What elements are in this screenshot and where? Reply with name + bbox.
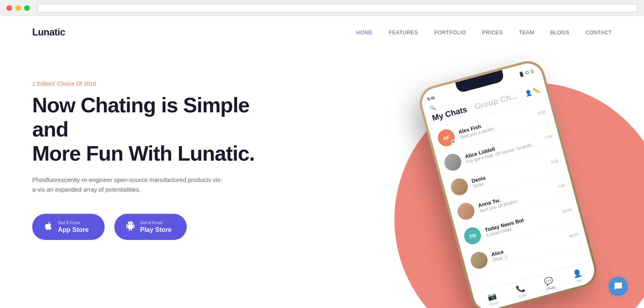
nav-link-features[interactable]: FEATURES	[389, 29, 418, 35]
chats-icon: 💬	[543, 275, 554, 286]
chat-time: MON	[562, 207, 572, 214]
hero-content: 1 Editors' Choice Of 2018 Now Chating is…	[32, 56, 258, 240]
avatar-wrap	[456, 201, 476, 221]
nav-item-portfolio[interactable]: PORTFOLIO	[434, 29, 466, 36]
avatar-wrap: TN	[462, 225, 483, 246]
chat-time: MON	[569, 232, 579, 238]
chat-list: AF Alex Fish Sent you a sticker 8:50	[429, 97, 588, 277]
chat-fab[interactable]	[609, 277, 628, 296]
chat-time: 7:44	[544, 134, 553, 140]
tab-photo[interactable]: 📷 Photo	[486, 291, 499, 306]
avatar-wrap: AF	[436, 128, 456, 148]
avatar: AF	[436, 128, 456, 148]
me-icon: 👤	[572, 268, 582, 279]
nav-item-prices[interactable]: PRICES	[482, 29, 503, 36]
nav-link-contact[interactable]: CONTACT	[586, 29, 612, 35]
nav-item-blogs[interactable]: BLOGS	[550, 29, 569, 36]
close-button[interactable]	[6, 5, 12, 11]
status-time: 9:41	[427, 95, 436, 101]
browser-chrome	[0, 0, 644, 16]
hero-subtitle: Phosfluorescently re-engineer open-sourc…	[32, 175, 225, 194]
appstore-label-large: App Store	[58, 226, 89, 234]
minimize-button[interactable]	[15, 5, 21, 11]
apple-icon	[43, 221, 53, 233]
playstore-label-small: Get It From	[140, 220, 171, 225]
nav-link-blogs[interactable]: BLOGS	[550, 29, 569, 35]
tab-me-label: Me	[576, 278, 582, 283]
avatar: TN	[462, 225, 483, 246]
hero-title-line2: More Fun With Lunatic.	[32, 142, 254, 165]
playstore-button[interactable]: Get It From Play Store	[114, 214, 187, 240]
avatar-wrap	[469, 250, 489, 271]
hero-title-line1: Now Chating is Simple and	[32, 93, 250, 141]
phone-screen: 9:41 ▐▌ ⬡ 🔋 🔍 My Chats Group Ch... 👤 ✏️	[419, 60, 598, 308]
chat-time: TUE	[557, 182, 566, 189]
calls-icon: 📞	[515, 283, 526, 294]
avatar-wrap	[442, 152, 463, 172]
nav-item-home[interactable]: HOME	[356, 29, 373, 36]
hero-tag: 1 Editors' Choice Of 2018	[32, 81, 258, 87]
playstore-text: Get It From Play Store	[140, 220, 171, 233]
nav-link-home[interactable]: HOME	[356, 29, 373, 35]
avatar	[442, 152, 463, 172]
appstore-label-small: Get It From	[58, 220, 89, 225]
tab-me[interactable]: 👤 Me	[572, 268, 584, 284]
maximize-button[interactable]	[24, 5, 30, 11]
header-icons: 👤 ✏️	[524, 87, 541, 97]
nav-links: HOME FEATURES PORTFOLIO PRICES TEAM BLOG…	[356, 29, 612, 36]
nav-link-portfolio[interactable]: PORTFOLIO	[434, 29, 466, 35]
chat-time: TUE	[550, 158, 559, 165]
avatar	[449, 176, 470, 197]
logo: Lunatic	[32, 27, 65, 38]
nav-link-team[interactable]: TEAM	[519, 29, 534, 35]
appstore-text: Get It From App Store	[58, 220, 89, 233]
nav-link-prices[interactable]: PRICES	[482, 29, 503, 35]
phone-outer-shell: 9:41 ▐▌ ⬡ 🔋 🔍 My Chats Group Ch... 👤 ✏️	[416, 57, 601, 308]
chat-time: 8:50	[537, 109, 546, 116]
hero-title: Now Chating is Simple and More Fun With …	[32, 93, 258, 165]
avatar	[469, 250, 489, 271]
photo-icon: 📷	[487, 291, 497, 302]
nav-item-team[interactable]: TEAM	[519, 29, 534, 36]
phone-mockup: 9:41 ▐▌ ⬡ 🔋 🔍 My Chats Group Ch... 👤 ✏️	[411, 70, 620, 308]
playstore-label-large: Play Store	[140, 226, 171, 234]
button-group: Get It From App Store Get It From Play S…	[32, 214, 258, 240]
hero-section: 1 Editors' Choice Of 2018 Now Chating is…	[0, 48, 644, 308]
nav-item-features[interactable]: FEATURES	[389, 29, 418, 36]
nav-item-contact[interactable]: CONTACT	[586, 29, 612, 36]
avatar	[456, 201, 476, 221]
android-icon	[126, 221, 135, 233]
appstore-button[interactable]: Get It From App Store	[32, 214, 105, 240]
navbar: Lunatic HOME FEATURES PORTFOLIO PRICES T…	[0, 16, 644, 48]
avatar-wrap	[449, 176, 470, 197]
address-bar[interactable]	[38, 4, 638, 12]
tab-chats[interactable]: 💬 Chats	[543, 275, 556, 291]
page: Lunatic HOME FEATURES PORTFOLIO PRICES T…	[0, 16, 644, 308]
tab-calls[interactable]: 📞 Calls	[515, 283, 527, 299]
